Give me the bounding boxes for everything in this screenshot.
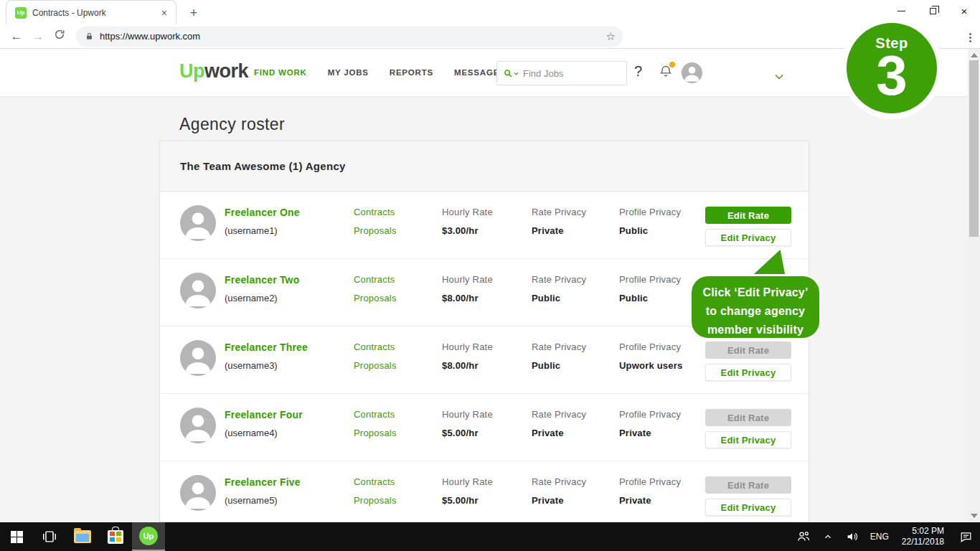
scrollbar-thumb[interactable] <box>969 60 979 237</box>
browser-toolbar: ← → https://www.upwork.com ☆ <box>0 24 980 49</box>
language-indicator[interactable]: ENG <box>864 532 895 542</box>
nav-item-my-jobs[interactable]: MY JOBS <box>328 68 369 77</box>
restore-icon <box>930 8 936 14</box>
forward-button[interactable]: → <box>27 29 49 44</box>
browser-menu-button[interactable] <box>969 33 971 42</box>
edit-rate-button[interactable]: Edit Rate <box>705 342 791 359</box>
notifications-button[interactable] <box>659 64 673 80</box>
edit-rate-button[interactable]: Edit Rate <box>705 207 791 224</box>
freelancer-name-link[interactable]: Freelancer Four <box>225 409 303 420</box>
task-view-button[interactable] <box>33 522 66 551</box>
rate-privacy-label: Rate Privacy <box>532 274 586 286</box>
contracts-link[interactable]: Contracts <box>354 476 397 488</box>
edit-privacy-button[interactable]: Edit Privacy <box>705 431 791 448</box>
contracts-link[interactable]: Contracts <box>354 409 397 420</box>
profile-privacy-label: Profile Privacy <box>619 409 681 420</box>
edit-rate-button[interactable]: Edit Rate <box>705 409 791 426</box>
profile-privacy-value: Private <box>619 428 681 439</box>
proposals-link[interactable]: Proposals <box>354 225 397 237</box>
proposals-link[interactable]: Proposals <box>354 428 397 439</box>
people-button[interactable] <box>791 522 816 551</box>
volume-button[interactable] <box>840 522 864 551</box>
time-text: 5:02 PM <box>902 526 944 537</box>
freelancer-name-link[interactable]: Freelancer One <box>225 207 300 218</box>
reload-button[interactable] <box>49 29 70 44</box>
bookmark-star-icon[interactable]: ☆ <box>606 30 616 43</box>
contracts-link[interactable]: Contracts <box>354 274 397 286</box>
upwork-navbar: Upwork FIND WORKMY JOBSREPORTSMESSAGES F… <box>0 49 980 97</box>
account-dropdown-chevron[interactable] <box>775 70 783 83</box>
people-icon <box>796 529 811 544</box>
rate-privacy-value: Public <box>532 293 586 304</box>
freelancer-name-link[interactable]: Freelancer Two <box>225 274 299 286</box>
chevron-up-icon <box>823 532 833 542</box>
roster-rows: Freelancer One (username1) Contracts Pro… <box>160 192 809 522</box>
contracts-link[interactable]: Contracts <box>354 342 397 353</box>
freelancer-avatar[interactable] <box>180 408 216 443</box>
freelancer-avatar[interactable] <box>180 475 216 511</box>
hourly-rate-value: $8.00/hr <box>442 293 493 304</box>
profile-privacy-label: Profile Privacy <box>619 342 682 353</box>
search-scope-chevron-icon[interactable] <box>513 70 519 77</box>
minimize-icon <box>897 11 905 11</box>
action-center-button[interactable] <box>951 522 980 551</box>
speaker-icon <box>846 530 859 543</box>
edit-rate-button[interactable]: Edit Rate <box>705 476 791 494</box>
profile-privacy-value: Public <box>619 225 681 237</box>
roster-row: Freelancer One (username1) Contracts Pro… <box>160 192 809 259</box>
reload-icon <box>54 29 65 40</box>
edit-privacy-button[interactable]: Edit Privacy <box>705 364 791 381</box>
rate-privacy-value: Private <box>532 225 586 237</box>
search-box[interactable]: Find Jobs <box>496 61 627 85</box>
new-tab-button[interactable]: + <box>185 4 202 22</box>
contracts-link[interactable]: Contracts <box>354 207 397 218</box>
agency-name: The Team Awesome (1) Agency <box>180 160 346 172</box>
scroll-up-arrow-icon[interactable] <box>971 53 978 57</box>
scroll-down-arrow-icon[interactable] <box>971 514 978 518</box>
action-center-icon <box>959 530 973 544</box>
freelancer-username: (username3) <box>225 360 308 372</box>
freelancer-avatar[interactable] <box>180 273 216 309</box>
edit-privacy-button[interactable]: Edit Privacy <box>705 499 791 516</box>
browser-scrollbar[interactable] <box>968 49 980 522</box>
page-viewport: Upwork FIND WORKMY JOBSREPORTSMESSAGES F… <box>0 49 980 522</box>
rate-privacy-label: Rate Privacy <box>532 207 586 218</box>
freelancer-name-link[interactable]: Freelancer Five <box>225 476 301 488</box>
agency-card-header: The Team Awesome (1) Agency <box>160 141 809 192</box>
tab-close-icon[interactable]: × <box>159 7 170 19</box>
url-text[interactable]: https://www.upwork.com <box>100 31 606 42</box>
clock[interactable]: 5:02 PM 22/11/2018 <box>895 526 951 547</box>
callout-line: Click ‘Edit Privacy’ <box>692 283 819 302</box>
hourly-rate-label: Hourly Rate <box>442 476 493 488</box>
proposals-link[interactable]: Proposals <box>354 360 397 372</box>
roster-row: Freelancer Five (username5) Contracts Pr… <box>160 461 809 522</box>
account-avatar[interactable] <box>682 62 702 83</box>
chevron-down-icon <box>775 74 783 80</box>
freelancer-avatar[interactable] <box>180 205 216 241</box>
back-button[interactable]: ← <box>6 29 27 44</box>
freelancer-name-link[interactable]: Freelancer Three <box>225 342 308 353</box>
taskbar: Up ENG 5:02 PM 22/11/2018 <box>0 522 980 551</box>
window-close-button[interactable]: × <box>948 0 980 22</box>
logo-work: work <box>204 60 248 82</box>
nav-item-find-work[interactable]: FIND WORK <box>254 68 307 77</box>
callout-line: to change agency <box>692 302 819 321</box>
freelancer-avatar[interactable] <box>180 340 216 376</box>
browser-tab[interactable]: Up Contracts - Upwork × <box>6 0 176 24</box>
window-restore-button[interactable] <box>917 0 948 22</box>
nav-item-reports[interactable]: REPORTS <box>390 68 433 77</box>
search-placeholder[interactable]: Find Jobs <box>523 68 563 79</box>
upwork-app-button[interactable]: Up <box>132 522 165 551</box>
upwork-logo[interactable]: Upwork <box>179 60 248 83</box>
file-explorer-icon <box>74 530 91 543</box>
show-hidden-icons-button[interactable] <box>816 522 840 551</box>
start-button[interactable] <box>0 522 33 551</box>
microsoft-store-button[interactable] <box>99 522 132 551</box>
help-button[interactable]: ? <box>634 63 642 80</box>
address-bar[interactable]: https://www.upwork.com ☆ <box>76 27 623 47</box>
edit-privacy-button[interactable]: Edit Privacy <box>705 229 791 246</box>
proposals-link[interactable]: Proposals <box>354 495 397 507</box>
proposals-link[interactable]: Proposals <box>354 293 397 304</box>
rate-privacy-label: Rate Privacy <box>532 409 586 420</box>
file-explorer-button[interactable] <box>66 522 99 551</box>
